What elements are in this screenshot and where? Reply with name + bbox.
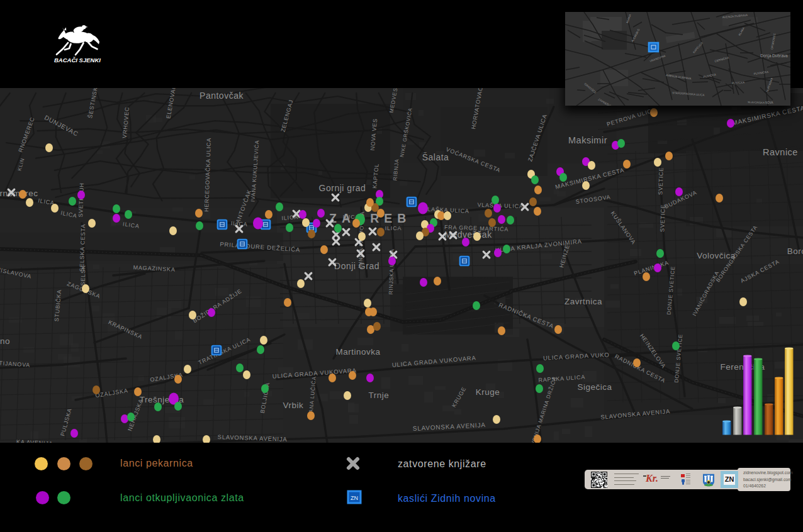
- svg-text:Donji Grad: Donji Grad: [334, 261, 379, 271]
- svg-text:Trnje: Trnje: [369, 391, 390, 400]
- svg-text:ILICA: ILICA: [231, 220, 248, 228]
- svg-text:Pantovčak: Pantovčak: [199, 91, 244, 101]
- svg-text:ZAGREB: ZAGREB: [329, 211, 411, 225]
- svg-text:Boro: Boro: [787, 247, 803, 256]
- svg-text:NOVA: NOVA: [765, 101, 773, 104]
- svg-text:no: no: [0, 336, 10, 346]
- svg-text:Ravnice: Ravnice: [763, 147, 798, 157]
- svg-text:Donja Dubrava: Donja Dubrava: [760, 53, 788, 58]
- svg-text:SVETICE: SVETICE: [659, 204, 666, 232]
- svg-text:SELSK: SELSK: [79, 265, 86, 285]
- svg-text:ZN: ZN: [351, 495, 358, 501]
- svg-text:SLAVONSKA: SLAVONSKA: [748, 101, 765, 104]
- svg-text:Martinovka: Martinovka: [335, 347, 380, 357]
- svg-text:SVETICE: SVETICE: [657, 167, 665, 195]
- svg-text:ILICA: ILICA: [385, 225, 402, 231]
- svg-text:Zavrtnica: Zavrtnica: [564, 297, 602, 306]
- svg-text:Vrbik: Vrbik: [283, 401, 304, 410]
- svg-text:Maksimir: Maksimir: [568, 135, 607, 145]
- svg-text:Kruge: Kruge: [476, 387, 500, 397]
- svg-text:SVETI DUH: SVETI DUH: [77, 182, 85, 218]
- svg-text:Šalata: Šalata: [422, 152, 449, 162]
- svg-text:Gornji grad: Gornji grad: [319, 183, 366, 193]
- svg-text:Volovčica: Volovčica: [697, 251, 736, 260]
- svg-text:Sigečica: Sigečica: [577, 382, 612, 392]
